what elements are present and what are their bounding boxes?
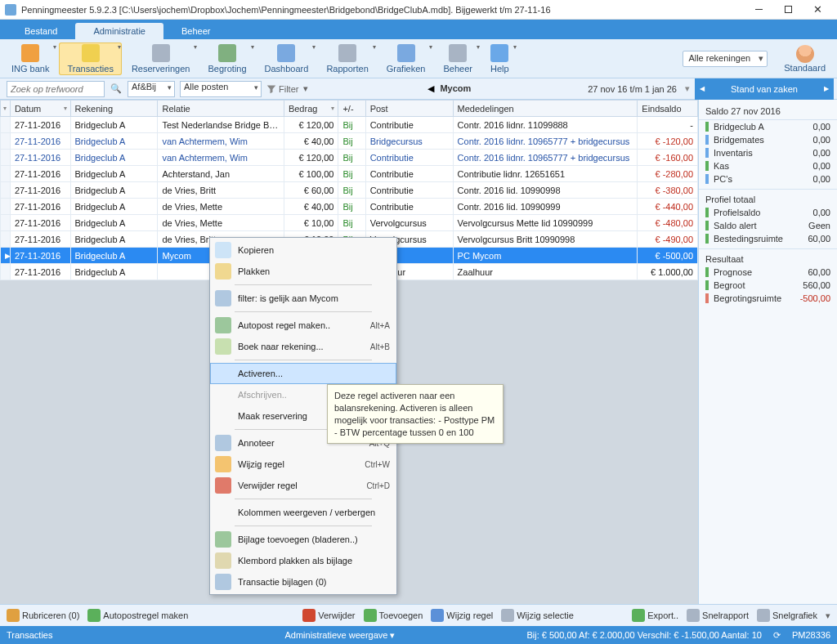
action-icon (501, 609, 514, 622)
afbij-combo[interactable]: Af&Bij (128, 81, 175, 97)
action-toevoegen[interactable]: Toevoegen (364, 609, 423, 622)
col-relatie[interactable]: Relatie (158, 101, 284, 117)
table-row[interactable]: 27-11-2016Bridgeclub Ade Vries, Britt€ 6… (1, 182, 698, 199)
ctx-bijlage-toevoegen-bladeren-[interactable]: Bijlage toevoegen (bladeren..) (210, 529, 396, 550)
action-wijzig-regel[interactable]: Wijzig regel (431, 609, 493, 622)
copy-icon (215, 242, 231, 258)
col-rekening[interactable]: Rekening (70, 101, 158, 117)
ribbon-icon (152, 44, 170, 62)
action-snelrapport[interactable]: Snelrapport (687, 609, 749, 622)
ribbon-icon (397, 44, 415, 62)
action-wijzig-selectie[interactable]: Wijzig selectie (501, 609, 574, 622)
col-datum[interactable]: Datum▾ (10, 101, 70, 117)
col-bedrag[interactable]: Bedrag▾ (284, 101, 338, 117)
title-bar: Penningmeester 5.9.2.3 [C:\Users\jochem\… (0, 0, 837, 20)
app-icon (5, 4, 16, 16)
action-export-[interactable]: Export.. (632, 609, 678, 622)
row-marker (1, 133, 11, 150)
ribbon-icon (277, 44, 295, 62)
ctx-boek-naar-rekening-[interactable]: Boek naar rekening...Alt+B (210, 336, 396, 357)
ctx-kolommen-weergeven-verbergen[interactable]: Kolommen weergeven / verbergen (210, 502, 396, 523)
side-row-inventaris: Inventaris0,00 (699, 146, 837, 159)
ribbon-ing-bank[interactable]: ▾ING bank (3, 42, 57, 75)
menu-tab-beheer[interactable]: Beheer (163, 23, 228, 39)
col-mededelingen[interactable]: Mededelingen (453, 101, 638, 117)
action-rubriceren-[interactable]: Rubriceren (0) (7, 609, 79, 622)
ribbon-icon (82, 44, 100, 62)
ribbon-dashboard[interactable]: ▾Dashboard (257, 42, 317, 75)
funnel-icon (266, 84, 276, 94)
search-input[interactable] (7, 81, 105, 97)
row-marker (1, 264, 11, 280)
posten-combo[interactable]: Alle posten (180, 81, 262, 97)
table-row[interactable]: 27-11-2016Bridgeclub Avan Achtermem, Wim… (1, 150, 698, 166)
row-marker (1, 231, 11, 248)
menu-tab-bestand[interactable]: Bestand (7, 23, 75, 39)
date-range[interactable]: 27 nov 16 t/m 1 jan 26 (588, 84, 677, 94)
ctx-verwijder-regel[interactable]: Verwijder regelCtrl+D (210, 475, 396, 496)
ribbon-toolbar: ▾ING bank▾Transacties▾Reserveringen▾Begr… (0, 39, 837, 78)
hammer-icon (215, 435, 231, 451)
gear-icon (215, 317, 231, 333)
action-snelgrafiek[interactable]: Snelgrafiek (757, 609, 817, 622)
col-+/-[interactable]: +/- (338, 101, 365, 117)
ribbon-begroting[interactable]: ▾Begroting (199, 42, 254, 75)
ribbon-rapporten[interactable]: ▾Rapporten (318, 42, 376, 75)
ribbon-grafieken[interactable]: ▾Grafieken (378, 42, 434, 75)
table-row[interactable]: 27-11-2016Bridgeclub Ade Vries, Mette€ 4… (1, 199, 698, 215)
action-icon (302, 609, 316, 622)
ribbon-beheer[interactable]: ▾Beheer (435, 42, 480, 75)
action-icon (632, 609, 645, 622)
ribbon-icon (490, 44, 508, 62)
row-marker (1, 117, 11, 133)
stand-van-zaken-header[interactable]: Stand van zaken (695, 78, 834, 100)
account-selector[interactable]: Alle rekeningen (683, 51, 768, 67)
status-totals: Bij: € 500,00 Af: € 2.000,00 Verschil: €… (526, 630, 761, 640)
search-icon[interactable]: 🔍 (110, 83, 123, 96)
table-row[interactable]: 27-11-2016Bridgeclub AAchterstand, Jan€ … (1, 166, 698, 182)
back-arrow-icon[interactable]: ◀ (427, 83, 434, 93)
ctx-plakken[interactable]: Plakken (210, 261, 396, 282)
user-icon (796, 45, 814, 63)
minimize-button[interactable] (744, 1, 773, 19)
ctx-transactie-bijlagen-[interactable]: Transactie bijlagen (0) (210, 571, 396, 593)
ribbon-reserveringen[interactable]: ▾Reserveringen (123, 42, 199, 75)
table-row[interactable]: 27-11-2016Bridgeclub Ade Vries, Mette€ 1… (1, 215, 698, 231)
close-button[interactable]: ✕ (803, 1, 832, 19)
filter-button[interactable]: Filter ▾ (266, 83, 311, 94)
ctx-activeren-[interactable]: Activeren... (210, 363, 396, 384)
side-row-bridgeclub-a: Bridgeclub A0,00 (699, 120, 837, 133)
status-sync-icon[interactable]: ⟳ (773, 630, 781, 641)
col-post[interactable]: Post (365, 101, 453, 117)
side-row-kas: Kas0,00 (699, 159, 837, 172)
maximize-button[interactable] (773, 1, 803, 19)
table-row[interactable]: 27-11-2016Bridgeclub ATest Nederlandse B… (1, 117, 698, 133)
ribbon-icon (21, 44, 39, 62)
current-user[interactable]: Standaard (784, 45, 834, 73)
status-center[interactable]: Administratieve weergave ▾ (284, 630, 395, 641)
table-row[interactable]: 27-11-2016Bridgeclub Avan Achtermem, Wim… (1, 133, 698, 150)
resultaat-header: Resultaat (699, 248, 837, 266)
action-icon (364, 609, 377, 622)
menu-tab-administratie[interactable]: Administratie (75, 23, 163, 39)
ctx-wijzig-regel[interactable]: Wijzig regelCtrl+W (210, 454, 396, 475)
side-row-begroot: Begroot560,00 (699, 279, 837, 292)
clip2-icon (215, 574, 231, 590)
row-marker (1, 199, 11, 215)
row-marker (1, 166, 11, 182)
ctx-klembord-plakken-als-bijlage[interactable]: Klembord plakken als bijlage (210, 550, 396, 571)
ctx-autopost-regel-maken-[interactable]: Autopost regel maken..Alt+A (210, 315, 396, 336)
attach-icon (215, 531, 231, 548)
col-marker[interactable]: ▾ (1, 101, 11, 117)
action-autopostregel-maken[interactable]: Autopostregel maken (87, 609, 188, 622)
status-pm: PM28336 (792, 630, 830, 640)
action-verwijder[interactable]: Verwijder (302, 609, 355, 622)
col-eindsaldo[interactable]: Eindsaldo (638, 101, 698, 117)
ribbon-help[interactable]: ▾Help (482, 42, 517, 75)
ctx-kopieren[interactable]: Kopieren (210, 239, 396, 261)
ribbon-transacties[interactable]: ▾Transacties (59, 42, 121, 75)
side-row-pc-s: PC's0,00 (699, 172, 837, 186)
ctx-filter-is-gelijk-aan-mycom[interactable]: filter: is gelijk aan Mycom (210, 288, 396, 309)
action-bar: Rubriceren (0)Autopostregel makenVerwijd… (0, 604, 837, 626)
ribbon-icon (338, 44, 356, 62)
